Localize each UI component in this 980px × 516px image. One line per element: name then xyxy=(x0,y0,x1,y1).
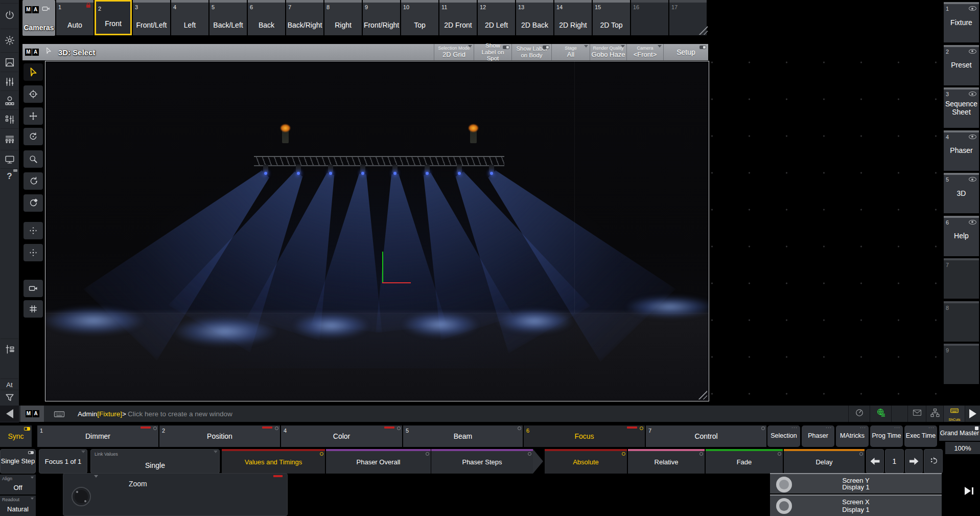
page-next-button[interactable] xyxy=(905,449,923,474)
mode-tab-delay[interactable]: Delay xyxy=(784,449,865,474)
3d-control-render-quality[interactable]: Render QualityGobo Haze xyxy=(590,44,626,60)
view-button-help[interactable]: 6Help xyxy=(944,216,979,256)
play-icon-button[interactable] xyxy=(965,406,980,422)
feature-tab-position[interactable]: 2Position xyxy=(159,425,281,447)
camera-tab-2d-front[interactable]: 112D Front xyxy=(439,0,477,35)
sync-button[interactable]: Sync xyxy=(0,425,32,447)
camera-tab-auto[interactable]: 1Auto xyxy=(56,0,94,35)
page-previous-button[interactable] xyxy=(866,449,884,474)
feature-tab-beam[interactable]: 5Beam xyxy=(403,425,524,447)
align-selector[interactable]: Align Off xyxy=(0,475,36,495)
3d-control-show-label-on-spot[interactable]: Show Label on Spot xyxy=(474,44,511,60)
menu-help-button[interactable]: ? xyxy=(1,168,18,184)
command-line-input[interactable]: Admin[Fixture]>Click here to create a ne… xyxy=(78,406,232,422)
camera-tab-back-right[interactable]: 7Back/Right xyxy=(286,0,323,35)
feature-tab-control[interactable]: 7Control xyxy=(646,425,767,447)
focus-page-selector[interactable]: Focus 1 of 1 xyxy=(39,449,87,474)
tool-button-matricks[interactable]: MAtricks··· xyxy=(836,425,869,447)
sessions-icon-button[interactable] xyxy=(926,406,944,422)
encoder-page-cycle-button[interactable] xyxy=(924,449,943,474)
tool-camera-button[interactable] xyxy=(24,280,43,297)
cameras-window-title[interactable]: MA Cameras xyxy=(22,0,55,36)
view-button-3d[interactable]: 53D xyxy=(944,173,979,213)
screen-encoder-screen-x[interactable]: Screen XDisplay 1 xyxy=(770,495,942,516)
camera-tab-back-left[interactable]: 5Back/Left xyxy=(209,0,247,35)
camera-tab-back[interactable]: 6Back xyxy=(248,0,285,35)
layer-tab-phaser-steps[interactable]: Phaser Steps xyxy=(431,449,533,474)
feature-tab-focus[interactable]: 6Focus xyxy=(524,425,646,447)
tool-select-button[interactable] xyxy=(24,63,43,81)
network-globe-icon-button[interactable] xyxy=(870,406,892,422)
feature-tab-dimmer[interactable]: 1Dimmer xyxy=(37,425,159,447)
camera-tab-right[interactable]: 8Right xyxy=(324,0,362,35)
camera-tab-2d-left[interactable]: 122D Left xyxy=(478,0,515,35)
camera-tab-17[interactable]: 17 xyxy=(669,0,707,35)
tool-pan-step-button[interactable] xyxy=(24,244,43,261)
3d-window-titlebar[interactable]: MA 3D: Select Selection Mode2D GridShow … xyxy=(22,44,708,60)
tool-button-exec-time[interactable]: Exec Time··· xyxy=(904,425,937,447)
page-number[interactable]: 1 xyxy=(885,449,904,474)
3d-control-show-label-on-body[interactable]: Show Label on Body xyxy=(511,44,551,60)
menu-playbacks-icon-button[interactable] xyxy=(1,72,18,91)
zoom-encoder-panel[interactable]: Zoom xyxy=(63,473,288,516)
menu-patch-icon-button[interactable] xyxy=(1,339,18,360)
view-button-8[interactable]: 8 xyxy=(944,301,979,342)
menu-monitor-icon-button[interactable] xyxy=(1,150,18,169)
tool-button-prog-time[interactable]: Prog Time··· xyxy=(870,425,903,447)
view-button-sequence-sheet[interactable]: 3Sequence Sheet xyxy=(944,87,979,128)
tool-center-button[interactable] xyxy=(24,85,43,103)
menu-at-button[interactable]: At xyxy=(1,378,18,390)
empty-screen-grid[interactable] xyxy=(710,36,943,402)
camera-tab-left[interactable]: 4Left xyxy=(171,0,208,35)
view-button-7[interactable]: 7 xyxy=(944,258,979,299)
mode-tab-relative[interactable]: Relative xyxy=(628,449,705,474)
layer-tab-values-and-timings[interactable]: Values and Timings xyxy=(222,449,325,474)
mode-tab-fade[interactable]: Fade xyxy=(706,449,783,474)
collapse-left-button[interactable] xyxy=(0,406,19,422)
tool-rotate-center-button[interactable] xyxy=(24,194,43,212)
view-button-preset[interactable]: 2Preset xyxy=(944,45,979,85)
camera-tab-16[interactable]: 16 xyxy=(631,0,668,35)
clock-icon-button[interactable] xyxy=(848,406,870,422)
tool-orbit-button[interactable] xyxy=(24,128,43,145)
mode-tab-absolute[interactable]: Absolute xyxy=(545,449,627,474)
tool-pan-button[interactable] xyxy=(24,107,43,125)
3d-viewport[interactable] xyxy=(45,61,709,401)
tool-button-phaser[interactable]: Phaser··· xyxy=(802,425,834,447)
tool-grid-button[interactable] xyxy=(24,300,43,318)
tool-zoom-button[interactable] xyxy=(24,150,43,168)
view-button-9[interactable]: 9 xyxy=(944,344,979,384)
camera-tab-front-right[interactable]: 9Front/Right xyxy=(363,0,400,35)
menu-settings-icon-button[interactable] xyxy=(1,29,18,52)
3d-control-selection-mode[interactable]: Selection Mode2D Grid xyxy=(434,44,474,60)
layer-tab-phaser-overall[interactable]: Phaser Overall xyxy=(326,449,431,474)
shortcuts-button[interactable]: ShCuts xyxy=(943,406,965,422)
3d-control-camera[interactable]: Camera<Front> xyxy=(626,44,663,60)
menu-filter-icon-button[interactable] xyxy=(1,390,18,406)
camera-tab-front-left[interactable]: 3Front/Left xyxy=(133,0,170,35)
single-step-button[interactable]: Single Step xyxy=(0,449,36,474)
menu-console-icon-button[interactable] xyxy=(1,128,18,148)
view-button-phaser[interactable]: 4Phaser xyxy=(944,130,979,171)
camera-tab-2d-right[interactable]: 142D Right xyxy=(554,0,592,35)
menu-stage-icon-button[interactable] xyxy=(1,52,18,72)
grand-master-value[interactable]: 100% xyxy=(945,442,980,454)
tool-button-selection[interactable]: Selection··· xyxy=(767,425,800,447)
grand-master-button[interactable]: Grand Master xyxy=(939,425,980,441)
3d-control-setup[interactable]: Setup xyxy=(663,44,708,60)
3d-control-stage[interactable]: StageAll xyxy=(551,44,590,60)
menu-power-icon-button[interactable] xyxy=(1,3,18,27)
tool-rotate-button[interactable] xyxy=(24,172,43,190)
encoder-knob[interactable] xyxy=(72,487,91,506)
ma-menu-button[interactable]: MA xyxy=(20,406,44,422)
screen-encoder-screen-y[interactable]: Screen YDisplay 1 xyxy=(770,473,942,493)
keyboard-icon[interactable] xyxy=(53,408,65,422)
mail-icon-button[interactable] xyxy=(907,406,926,422)
link-values-selector[interactable]: Link Values Single xyxy=(90,449,220,474)
master-indicator-icon[interactable] xyxy=(965,487,973,495)
camera-tab-2d-back[interactable]: 132D Back xyxy=(516,0,553,35)
camera-tab-2d-top[interactable]: 152D Top xyxy=(593,0,630,35)
tool-pan-precise-button[interactable] xyxy=(24,222,43,239)
camera-tab-front[interactable]: 2Front xyxy=(95,0,132,35)
feature-tab-color[interactable]: 4Color xyxy=(281,425,403,447)
